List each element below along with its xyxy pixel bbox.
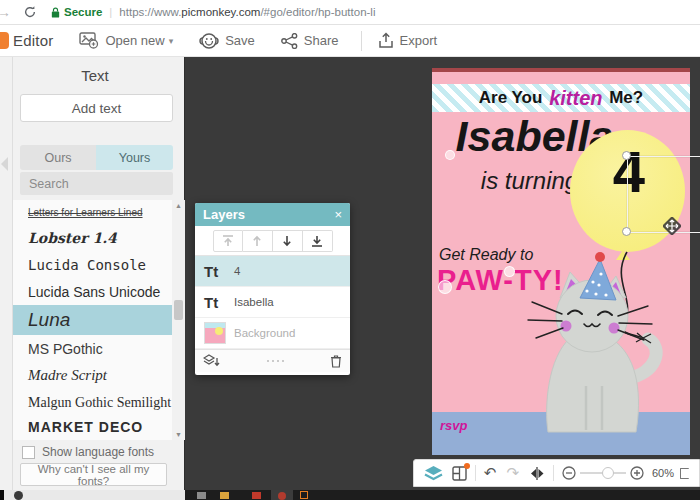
move-down-button[interactable] <box>273 230 303 252</box>
layers-toolbar <box>195 226 350 256</box>
font-item[interactable]: MS PGothic <box>13 335 185 362</box>
canvas-workspace: Are You kitten Me? Isabella is turning 4… <box>185 57 700 490</box>
collapse-panel-icon[interactable] <box>1 157 8 171</box>
bubble-decoration <box>438 280 452 294</box>
zoom-out-icon[interactable] <box>562 466 576 480</box>
layer-row-age[interactable]: Tt 4 <box>195 256 350 287</box>
font-item[interactable]: Letters for Learners Lined <box>13 200 185 224</box>
drag-grip-icon[interactable] <box>220 360 330 362</box>
toolbar-divider <box>553 465 554 481</box>
font-item[interactable]: Malgun Gothic Semilight <box>13 389 185 416</box>
font-item[interactable]: Lucida Sans Unicode <box>13 278 185 305</box>
trash-icon[interactable] <box>330 354 342 368</box>
redo-icon[interactable]: ↷ <box>506 464 519 482</box>
undo-icon[interactable]: ↶ <box>484 464 497 482</box>
taskbar-notch <box>0 490 4 500</box>
taskbar-app-icon[interactable] <box>197 492 206 499</box>
rsvp-text: rsvp <box>440 418 467 433</box>
layers-title: Layers <box>203 207 334 222</box>
text-layer-icon: Tt <box>204 263 234 280</box>
age-text-layer[interactable]: 4 <box>604 138 654 205</box>
font-list: Letters for Learners Lined Lobster 1.4 L… <box>13 200 185 440</box>
banner-text: Me? <box>604 88 643 108</box>
font-item[interactable]: Lucida Console <box>13 251 185 278</box>
move-to-top-button[interactable] <box>213 230 243 252</box>
font-name: Malgun Gothic Semilight <box>28 395 171 411</box>
font-name: Lucida Sans Unicode <box>28 284 160 300</box>
add-text-button[interactable]: Add text <box>20 94 173 122</box>
close-icon[interactable]: × <box>334 207 342 222</box>
banner-kitten-text: kitten <box>549 87 602 110</box>
share-label: Share <box>304 33 339 48</box>
layers-toggle-icon[interactable] <box>424 465 443 481</box>
layers-panel: Layers × Tt 4 Tt Isabella <box>195 203 350 375</box>
layers-panel-header[interactable]: Layers × <box>195 203 350 226</box>
move-to-bottom-button[interactable] <box>303 230 333 252</box>
taskbar-app-icon[interactable] <box>278 492 286 500</box>
card-top-strip <box>432 68 690 72</box>
move-up-button[interactable] <box>243 230 273 252</box>
picmonkey-logo <box>0 32 9 49</box>
selection-edge-left <box>627 156 628 233</box>
taskbar-app-icon[interactable] <box>252 492 261 499</box>
save-button[interactable]: Save <box>199 32 255 50</box>
layer-row-background[interactable]: Background <box>195 318 350 349</box>
scroll-down-icon[interactable]: ▼ <box>172 431 185 438</box>
layer-label: Background <box>234 327 295 339</box>
design-canvas[interactable]: Are You kitten Me? Isabella is turning 4… <box>432 68 690 455</box>
canvas-bottom-toolbar: ↶ ↷ 60% <box>413 459 700 487</box>
font-name: Madre Script <box>28 367 107 384</box>
font-list-scrollbar[interactable]: ▲ ▼ <box>172 200 185 440</box>
refresh-icon[interactable] <box>23 5 37 19</box>
export-label: Export <box>400 33 438 48</box>
cat-illustration <box>490 246 672 455</box>
url-path: /#go/editor/hp-button-li <box>260 6 375 18</box>
fonts-help-button[interactable]: Why can't I see all my fonts? <box>20 463 167 486</box>
text-panel-sidebar: Text Add text Ours Yours Letters for Lea… <box>0 57 185 490</box>
text-layer-icon: Tt <box>204 294 234 311</box>
mirror-icon[interactable] <box>530 466 545 481</box>
app-title: Editor <box>13 32 53 49</box>
font-name: Letters for Learners Lined <box>28 207 143 218</box>
notification-dot <box>464 463 470 469</box>
tab-ours[interactable]: Ours <box>20 145 96 170</box>
font-item[interactable]: Lobster 1.4 <box>13 224 185 251</box>
selection-handle[interactable] <box>622 227 631 236</box>
taskbar-app-icon[interactable] <box>300 491 308 499</box>
forward-arrow-icon[interactable]: → <box>0 4 11 20</box>
folder-icon[interactable] <box>220 492 229 499</box>
url-field[interactable]: Secure | https://www. picmonkey.com /#go… <box>51 6 375 18</box>
layer-label: Isabella <box>234 296 274 308</box>
lock-icon <box>51 7 60 18</box>
font-name: MARKET DECO <box>28 419 143 435</box>
selection-handle[interactable] <box>622 151 631 160</box>
fullscreen-icon[interactable] <box>680 468 689 479</box>
share-button[interactable]: Share <box>281 33 339 49</box>
open-new-button[interactable]: Open new ▾ <box>79 32 173 49</box>
export-button[interactable]: Export <box>378 32 438 49</box>
editor-toolbar: Editor Open new ▾ Save Share <box>0 25 700 57</box>
zoom-slider[interactable] <box>580 472 626 474</box>
font-item[interactable]: Madre Script <box>13 362 185 389</box>
flatten-layers-icon[interactable] <box>203 354 220 368</box>
collage-grid-icon[interactable] <box>452 466 467 481</box>
background-thumbnail <box>204 322 226 344</box>
save-label: Save <box>225 33 255 48</box>
scroll-up-icon[interactable]: ▲ <box>172 202 185 209</box>
bubble-decoration <box>445 150 455 160</box>
language-fonts-checkbox[interactable] <box>22 446 35 459</box>
tab-yours[interactable]: Yours <box>96 145 173 170</box>
zoom-slider-knob[interactable] <box>602 467 614 479</box>
font-name: Lucida Console <box>28 257 146 273</box>
taskbar-search-icon[interactable] <box>14 491 23 500</box>
export-icon <box>378 32 394 49</box>
scrollbar-thumb[interactable] <box>174 300 183 320</box>
zoom-in-icon[interactable] <box>630 466 644 480</box>
share-icon <box>281 33 298 49</box>
toolbar-divider <box>361 31 362 51</box>
font-item[interactable]: MARKET DECO <box>13 416 185 438</box>
font-search-input[interactable] <box>20 172 173 195</box>
layer-row-name[interactable]: Tt Isabella <box>195 287 350 318</box>
font-item-selected[interactable]: Luna <box>13 305 185 335</box>
card-banner: Are You kitten Me? <box>432 84 690 112</box>
